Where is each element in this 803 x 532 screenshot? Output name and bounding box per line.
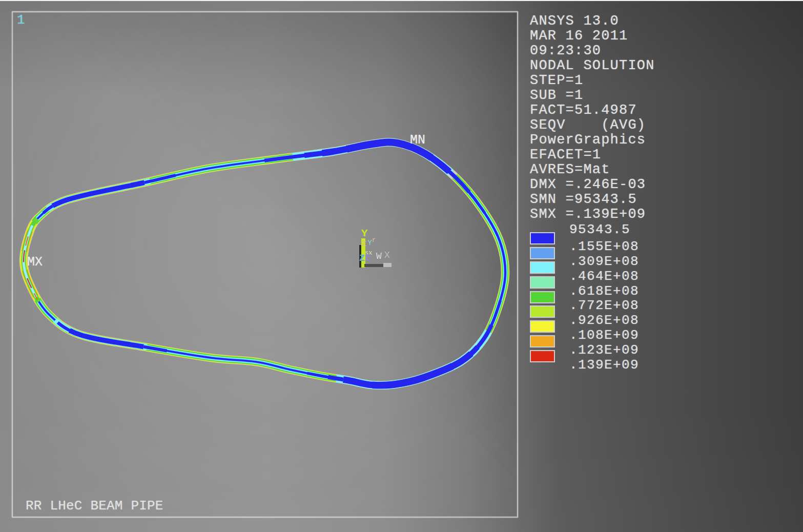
svg-text:W: W xyxy=(376,251,382,261)
svg-text:Z: Z xyxy=(359,253,365,264)
svg-text:Z: Z xyxy=(362,240,366,249)
svg-text:Y: Y xyxy=(367,239,372,248)
svg-text:Y: Y xyxy=(361,228,368,239)
svg-text:X: X xyxy=(384,250,390,260)
svg-text:r: r xyxy=(372,237,376,244)
svg-text:E: E xyxy=(365,253,370,262)
